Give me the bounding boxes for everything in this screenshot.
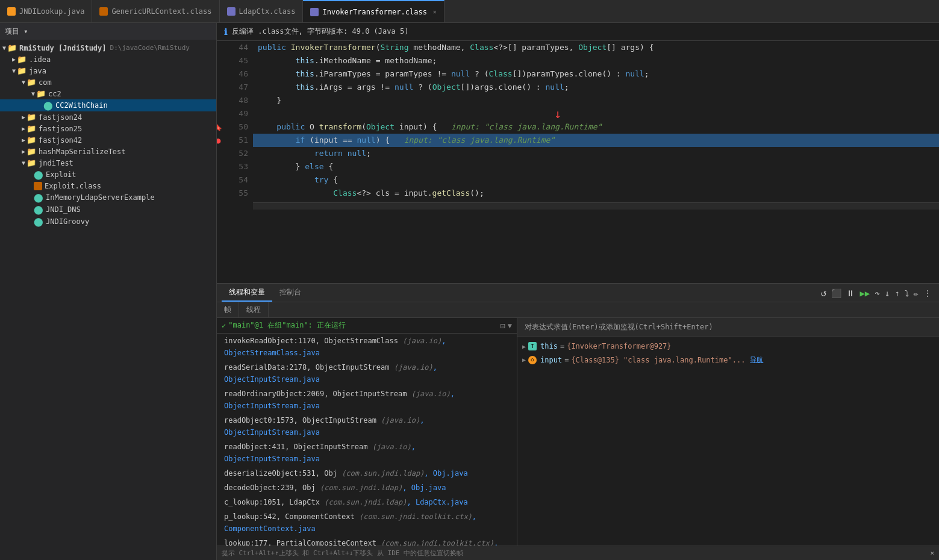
filter-icon[interactable]: ⊟ (500, 321, 505, 331)
gutter-line-49: 49 (217, 107, 248, 120)
editor-area: ℹ 反编译 .class文件, 字节码版本: 49.0 (Java 5) 44 … (217, 23, 939, 283)
bottom-hint-bar: 提示 Ctrl+Alt+↑上移头 和 Ctrl+Alt+↓下移头 从 IDE 中… (217, 546, 939, 560)
folder-icon: 📁 (36, 89, 46, 98)
sidebar-item-exploit[interactable]: ⬤ Exploit (0, 169, 216, 181)
debug-tab-threads-vars[interactable]: 线程和变量 (222, 284, 272, 302)
red-arrow-indicator: ↓ (554, 107, 561, 120)
debug-toolbar-step-into[interactable]: ↓ (882, 288, 892, 298)
circle-icon: ⬤ (34, 217, 43, 226)
code-line-53: } else { (253, 160, 939, 173)
gutter-line-55: 55 (217, 187, 248, 200)
tree-label: java (29, 67, 46, 75)
sidebar-item-java[interactable]: ▼ 📁 java (0, 65, 216, 76)
stack-frame-8[interactable]: p_lookup:542, ComponentContext (com.sun.… (217, 509, 517, 536)
circle-icon: ⬤ (34, 170, 43, 179)
horizontal-scroll[interactable] (253, 202, 939, 210)
stack-frame-4[interactable]: readObject:431, ObjectInputStream (java.… (217, 440, 517, 466)
stack-frames: invokeReadObject:1170, ObjectStreamClass… (217, 334, 517, 546)
dropdown-icon[interactable]: ▼ (508, 322, 512, 330)
sidebar-item-com[interactable]: ▼ 📁 com (0, 76, 216, 88)
code-line-51: if (input == null) { input: "class java.… (253, 134, 939, 147)
gutter-line-46: 46 (217, 67, 248, 81)
debug-toolbar-restart[interactable]: ↺ (819, 287, 829, 299)
code-editor[interactable]: 44 45 46 47 48 49 🔖 50 ● 51 52 (217, 41, 939, 283)
sidebar-item-fastjson24[interactable]: ▶ 📁 fastjson24 (0, 111, 216, 123)
sidebar-item-hashmap[interactable]: ▶ 📁 hashMapSerializeTest (0, 146, 216, 157)
tree-label: fastjson24 (39, 113, 82, 122)
thread-tab[interactable]: 线程 (239, 302, 269, 317)
sidebar-item-fastjson25[interactable]: ▶ 📁 fastjson25 (0, 123, 216, 134)
var-nav-link[interactable]: 导航 (750, 355, 763, 364)
variables-header: 对表达式求值(Enter)或添加监视(Ctrl+Shift+Enter) (517, 318, 939, 337)
sidebar-item-cc2[interactable]: ▼ 📁 cc2 (0, 88, 216, 99)
debug-toolbar-resume[interactable]: ▶▶ (857, 288, 872, 298)
var-val-this: {InvokerTransformer@927} (567, 342, 671, 350)
close-hint-icon[interactable]: × (930, 549, 934, 557)
stack-frame-3[interactable]: readObject0:1573, ObjectInputStream (jav… (217, 413, 517, 440)
debug-tab-console[interactable]: 控制台 (272, 284, 308, 302)
debug-toolbar-pause[interactable]: ⏸ (844, 288, 857, 298)
tree-root[interactable]: ▼ 📁 RmiStudy [JndiStudy] D:\javaCode\Rmi… (0, 42, 216, 54)
code-content[interactable]: public InvokerTransformer(String methodN… (253, 41, 939, 283)
debug-toolbar-stop-red[interactable]: ⬛ (829, 288, 844, 298)
expand-arrow-input[interactable]: ▶ (522, 356, 526, 363)
bottom-subtab-bar: 帧 线程 (217, 302, 939, 318)
var-this[interactable]: ▶ T this = {InvokerTransformer@927} (517, 340, 939, 353)
code-line-55: Class<?> cls = input.getClass(); (253, 187, 939, 200)
hint-text: 提示 Ctrl+Alt+↑上移头 和 Ctrl+Alt+↓下移头 从 IDE 中… (222, 549, 463, 558)
main-area: 项目 ▾ ▼ 📁 RmiStudy [JndiStudy] D:\javaCod… (0, 23, 939, 560)
debug-toolbar-step-out[interactable]: ↑ (892, 288, 902, 298)
folder-icon: 📁 (27, 78, 36, 87)
folder-icon: 📁 (27, 135, 36, 145)
tree-label: JNDIGroovy (46, 217, 89, 226)
stack-frame-9[interactable]: lookup:177, PartialCompositeContext (com… (217, 536, 517, 546)
tree-label: hashMapSerializeTest (39, 148, 126, 156)
sidebar-item-inmemory[interactable]: ⬤ InMemoryLdapServerExample (0, 191, 216, 204)
debug-toolbar-more[interactable]: ⋮ (921, 288, 934, 298)
tab-jndi[interactable]: JNDILookup.java (0, 0, 92, 22)
folder-icon: 📁 (17, 55, 27, 64)
sidebar-item-jndigroovy[interactable]: ⬤ JNDIGroovy (0, 216, 216, 228)
circle-icon: ⬤ (43, 101, 53, 110)
circle-icon: ⬤ (34, 193, 43, 202)
stack-frame-0[interactable]: invokeReadObject:1170, ObjectStreamClass… (217, 334, 517, 360)
thread-status-bar: ✓ "main"@1 在组"main": 正在运行 ⊟ ▼ (217, 318, 517, 334)
code-line-52: return null; (253, 147, 939, 160)
sidebar-item-fastjson42[interactable]: ▶ 📁 fastjson42 (0, 134, 216, 146)
circle-icon: ⬤ (34, 205, 43, 214)
sidebar-item-idea[interactable]: ▶ 📁 .idea (0, 54, 216, 65)
variables-content: ▶ T this = {InvokerTransformer@927} ▶ ○ … (517, 337, 939, 546)
stack-frame-6[interactable]: decodeObject:239, Obj (com.sun.jndi.ldap… (217, 481, 517, 495)
tab-invoker[interactable]: InvokerTransformer.class ✕ (303, 0, 444, 22)
root-path: D:\javaCode\RmiStudy (110, 44, 190, 52)
sidebar-item-jndi-dns[interactable]: ⬤ JNDI_DNS (0, 204, 216, 216)
sidebar-item-exploit-class[interactable]: Exploit.class (0, 181, 216, 191)
var-name-this: this (540, 342, 558, 350)
sidebar-item-jnditest[interactable]: ▼ 📁 jndiTest (0, 157, 216, 169)
tree-label: CC2WithChain (55, 101, 108, 110)
debug-toolbar-step-over[interactable]: ↷ (872, 288, 882, 298)
line-gutter: 44 45 46 47 48 49 🔖 50 ● 51 52 (217, 41, 253, 283)
sidebar-header[interactable]: 项目 ▾ (0, 23, 216, 40)
tree-label: com (39, 78, 52, 87)
sidebar-item-cc2withchain[interactable]: ⬤ CC2WithChain (0, 99, 216, 111)
debug-tab-bar: 线程和变量 控制台 ↺ ⬛ ⏸ ▶▶ ↷ ↓ ↑ ⤵ ✏ ⋮ (217, 284, 939, 302)
stack-frame-2[interactable]: readOrdinaryObject:2069, ObjectInputStre… (217, 387, 517, 413)
tab-label: JNDILookup.java (19, 7, 84, 16)
stack-frame-1[interactable]: readSerialData:2178, ObjectInputStream (… (217, 360, 517, 387)
class-icon3 (310, 8, 319, 16)
gutter-line-54: 54 (217, 173, 248, 187)
debug-toolbar-evaluate[interactable]: ✏ (911, 288, 921, 298)
tab-ldap[interactable]: LdapCtx.class (220, 0, 304, 22)
stack-frame-7[interactable]: c_lookup:1051, LdapCtx (com.sun.jndi.lda… (217, 495, 517, 509)
tree-label: Exploit.class (45, 182, 101, 190)
tab-generic[interactable]: GenericURLContext.class (92, 0, 219, 22)
run-tab[interactable]: 帧 (217, 302, 239, 317)
bottom-content: ✓ "main"@1 在组"main": 正在运行 ⊟ ▼ invokeRead… (217, 318, 939, 546)
var-input[interactable]: ▶ ○ input = {Class@135} "class java.lang… (517, 353, 939, 367)
debug-toolbar-run-cursor[interactable]: ⤵ (902, 288, 911, 298)
expand-arrow-this[interactable]: ▶ (522, 343, 526, 350)
tab-close-icon[interactable]: ✕ (433, 8, 437, 15)
gutter-line-50: 🔖 50 (217, 120, 248, 134)
stack-frame-5[interactable]: deserializeObject:531, Obj (com.sun.jndi… (217, 466, 517, 481)
